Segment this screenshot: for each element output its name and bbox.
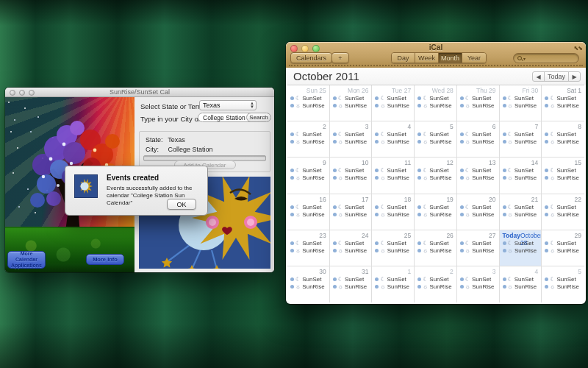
event-sunset[interactable]: ☾SunSet [457,275,499,283]
event-sunset[interactable]: ☾SunSet [330,275,372,283]
event-sunrise[interactable]: ☼SunRise [500,102,542,109]
calendar-cell[interactable]: Sun 25☾SunSet☼SunRise [287,85,330,121]
calendar-cell[interactable]: 5☾SunSet☼SunRise [415,121,457,158]
event-sunrise[interactable]: ☼SunRise [500,247,542,254]
event-sunrise[interactable]: ☼SunRise [372,102,414,109]
calendar-cell[interactable]: 27☾SunSet☼SunRise [457,230,500,266]
calendar-cell[interactable]: 6☾SunSet☼SunRise [457,121,500,158]
event-sunset[interactable]: ☾SunSet [287,166,329,174]
calendar-cell[interactable]: 29☾SunSet☼SunRise [542,230,584,266]
event-sunset[interactable]: ☾SunSet [415,166,456,174]
event-sunset[interactable]: ☾SunSet [457,203,499,210]
event-sunset[interactable]: ☾SunSet [330,166,372,174]
calendar-cell[interactable]: 20☾SunSet☼SunRise [457,194,500,230]
event-sunrise[interactable]: ☼SunRise [415,174,456,181]
state-popup[interactable]: Texas ▲▼ [199,100,257,110]
event-sunset[interactable]: ☾SunSet [372,94,414,102]
event-sunset[interactable]: ☾SunSet [330,239,372,247]
event-sunset[interactable]: ☾SunSet [415,94,456,102]
event-sunrise[interactable]: ☼SunRise [330,102,372,109]
event-sunrise[interactable]: ☼SunRise [372,174,414,181]
calendar-cell[interactable]: Fri 30☾SunSet☼SunRise [500,85,542,121]
event-sunset[interactable]: ☾SunSet [287,239,329,247]
calendar-cell[interactable]: 14☾SunSet☼SunRise [500,158,542,194]
event-sunset[interactable]: ☾SunSet [372,166,414,174]
calendar-cell[interactable]: 25☾SunSet☼SunRise [372,230,415,266]
calendar-cell[interactable]: 12☾SunSet☼SunRise [415,158,457,194]
event-sunrise[interactable]: ☼SunRise [415,283,456,290]
calendar-cell[interactable]: 10☾SunSet☼SunRise [330,158,373,194]
fullscreen-icon[interactable]: ⬉⬊ [574,45,582,52]
add-event-button[interactable]: + [331,52,349,63]
calendar-cell[interactable]: 2☾SunSet☼SunRise [287,121,330,158]
calendar-cell[interactable]: 26☾SunSet☼SunRise [415,230,457,266]
event-sunrise[interactable]: ☼SunRise [542,283,584,290]
event-sunset[interactable]: ☾SunSet [372,275,414,283]
calendar-cell[interactable]: 4☾SunSet☼SunRise [500,266,542,302]
calendar-cell[interactable]: Mon 26☾SunSet☼SunRise [330,85,373,121]
event-sunset[interactable]: ☾SunSet [372,130,414,138]
calendar-cell[interactable]: Thu 29☾SunSet☼SunRise [457,85,500,121]
event-sunset[interactable]: ☾SunSet [457,166,499,174]
calendar-cell[interactable]: 4☾SunSet☼SunRise [372,121,415,158]
event-sunrise[interactable]: ☼SunRise [542,210,584,218]
event-sunset[interactable]: ☾SunSet [542,94,584,102]
calendar-cell[interactable]: 23☾SunSet☼SunRise [287,230,330,266]
tab-year[interactable]: Year [462,53,486,63]
event-sunset[interactable]: ☾SunSet [415,239,456,247]
event-sunrise[interactable]: ☼SunRise [500,210,542,218]
calendar-cell[interactable]: 19☾SunSet☼SunRise [415,194,457,230]
event-sunrise[interactable]: ☼SunRise [287,102,329,109]
event-sunrise[interactable]: ☼SunRise [542,102,584,109]
today-button[interactable]: Today [544,71,569,82]
calendar-cell[interactable]: 24☾SunSet☼SunRise [330,230,373,266]
more-info-button[interactable]: More Info [86,254,124,265]
event-sunset[interactable]: ☾SunSet [457,130,499,138]
event-sunset[interactable]: ☾SunSet [372,239,414,247]
event-sunrise[interactable]: ☼SunRise [542,247,584,254]
event-sunset[interactable]: ☾SunSet [287,94,329,102]
search-input[interactable] [527,54,575,62]
event-sunrise[interactable]: ☼SunRise [457,247,499,254]
calendar-cell[interactable]: 30☾SunSet☼SunRise [287,266,330,302]
calendar-cell[interactable]: Tue 27☾SunSet☼SunRise [372,85,415,121]
calendar-cell[interactable]: 16☾SunSet☼SunRise [287,194,330,230]
event-sunrise[interactable]: ☼SunRise [415,138,456,145]
event-sunset[interactable]: ☾SunSet [500,166,542,174]
calendar-cell[interactable]: 1☾SunSet☼SunRise [372,266,415,302]
event-sunset[interactable]: ☾SunSet [415,130,456,138]
tab-day[interactable]: Day [392,53,415,63]
calendar-cell[interactable]: Wed 28☾SunSet☼SunRise [415,85,457,121]
event-sunset[interactable]: ☾SunSet [457,94,499,102]
calendar-cell-today[interactable]: TodayOctober 28☾SunSet☼SunRise [500,230,542,266]
event-sunset[interactable]: ☾SunSet [330,94,372,102]
event-sunrise[interactable]: ☼SunRise [330,210,372,218]
event-sunset[interactable]: ☾SunSet [542,239,584,247]
calendar-cell[interactable]: 13☾SunSet☼SunRise [457,158,500,194]
calendar-cell[interactable]: 5☾SunSet☼SunRise [542,266,584,302]
tab-week[interactable]: Week [415,53,439,63]
event-sunrise[interactable]: ☼SunRise [415,102,456,109]
event-sunrise[interactable]: ☼SunRise [372,283,414,290]
event-sunset[interactable]: ☾SunSet [500,275,542,283]
event-sunrise[interactable]: ☼SunRise [415,247,456,254]
event-sunrise[interactable]: ☼SunRise [457,283,499,290]
event-sunrise[interactable]: ☼SunRise [287,210,329,218]
event-sunrise[interactable]: ☼SunRise [287,283,329,290]
event-sunset[interactable]: ☾SunSet [542,203,584,210]
calendar-cell[interactable]: 7☾SunSet☼SunRise [500,121,542,158]
calendar-cell[interactable]: 3☾SunSet☼SunRise [330,121,373,158]
calendar-cell[interactable]: 22☾SunSet☼SunRise [542,194,584,230]
search-button[interactable]: Search [246,113,271,122]
calendar-cell[interactable]: 31☾SunSet☼SunRise [330,266,373,302]
event-sunrise[interactable]: ☼SunRise [372,138,414,145]
more-calendar-applications-button[interactable]: More Calendar Applications [7,251,46,269]
event-sunset[interactable]: ☾SunSet [330,130,372,138]
next-month-button[interactable]: ▶ [568,71,581,82]
event-sunrise[interactable]: ☼SunRise [330,283,372,290]
calendar-cell[interactable]: 18☾SunSet☼SunRise [372,194,415,230]
event-sunset[interactable]: ☾SunSet [287,130,329,138]
event-sunrise[interactable]: ☼SunRise [457,210,499,218]
event-sunset[interactable]: ☾SunSet [500,239,542,247]
event-sunrise[interactable]: ☼SunRise [372,210,414,218]
